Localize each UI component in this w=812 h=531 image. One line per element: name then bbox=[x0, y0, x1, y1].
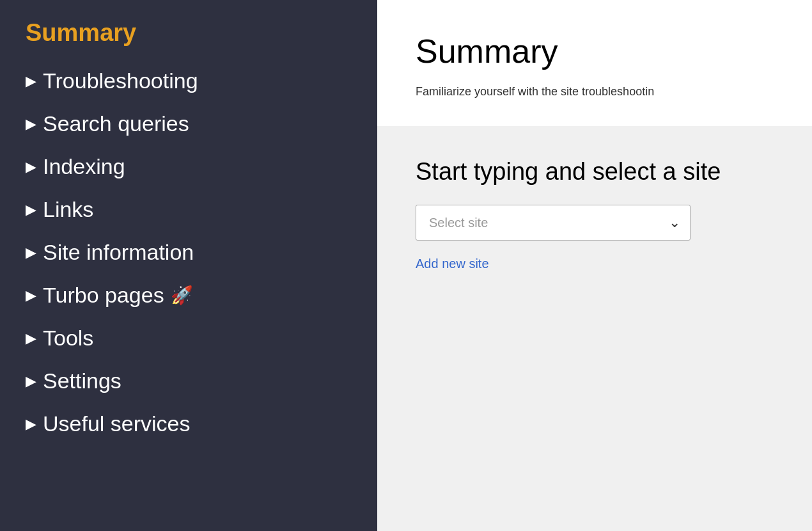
chevron-right-icon: ▶ bbox=[26, 373, 36, 390]
page-description: Familiarize yourself with the site troub… bbox=[416, 83, 774, 100]
sidebar: Summary ▶Troubleshooting▶Search queries▶… bbox=[0, 0, 377, 531]
sidebar-item-label-links: Links bbox=[43, 197, 93, 222]
select-site-dropdown[interactable]: Select site bbox=[416, 205, 691, 241]
chevron-right-icon: ▶ bbox=[26, 244, 36, 261]
select-wrapper: Select site ⌄ bbox=[416, 205, 691, 241]
add-new-site-link[interactable]: Add new site bbox=[416, 257, 489, 271]
sidebar-items-container: ▶Troubleshooting▶Search queries▶Indexing… bbox=[26, 59, 358, 445]
content-bottom: Start typing and select a site Select si… bbox=[377, 126, 812, 531]
sidebar-title[interactable]: Summary bbox=[26, 19, 358, 47]
sidebar-item-label-site-information: Site information bbox=[43, 240, 194, 265]
chevron-right-icon: ▶ bbox=[26, 159, 36, 175]
sidebar-item-search-queries[interactable]: ▶Search queries bbox=[26, 102, 358, 145]
sidebar-item-useful-services[interactable]: ▶Useful services bbox=[26, 402, 358, 445]
sidebar-item-text-site-information: Site information bbox=[43, 240, 194, 265]
sidebar-item-tools[interactable]: ▶Tools bbox=[26, 317, 358, 360]
sidebar-item-troubleshooting[interactable]: ▶Troubleshooting bbox=[26, 59, 358, 102]
sidebar-item-turbo-pages[interactable]: ▶Turbo pages🚀 bbox=[26, 274, 358, 317]
sidebar-item-label-useful-services: Useful services bbox=[43, 411, 191, 436]
sidebar-item-label-troubleshooting: Troubleshooting bbox=[43, 68, 198, 93]
chevron-right-icon: ▶ bbox=[26, 416, 36, 432]
chevron-right-icon: ▶ bbox=[26, 287, 36, 304]
sidebar-item-label-tools: Tools bbox=[43, 326, 93, 351]
sidebar-item-text-search-queries: Search queries bbox=[43, 111, 189, 136]
sidebar-item-label-search-queries: Search queries bbox=[43, 111, 189, 136]
sidebar-item-links[interactable]: ▶Links bbox=[26, 188, 358, 231]
sidebar-item-text-links: Links bbox=[43, 197, 93, 222]
sidebar-item-text-settings: Settings bbox=[43, 369, 121, 393]
chevron-right-icon: ▶ bbox=[26, 116, 36, 132]
chevron-right-icon: ▶ bbox=[26, 73, 36, 90]
sidebar-item-text-troubleshooting: Troubleshooting bbox=[43, 68, 198, 93]
page-title: Summary bbox=[416, 32, 774, 70]
sidebar-item-text-tools: Tools bbox=[43, 326, 93, 351]
turbo-rocket-icon: 🚀 bbox=[171, 285, 193, 306]
sidebar-item-indexing[interactable]: ▶Indexing bbox=[26, 145, 358, 188]
chevron-right-icon: ▶ bbox=[26, 330, 36, 347]
sidebar-item-text-indexing: Indexing bbox=[43, 154, 125, 179]
sidebar-item-label-settings: Settings bbox=[43, 369, 121, 393]
sidebar-item-site-information[interactable]: ▶Site information bbox=[26, 231, 358, 274]
sidebar-item-text-useful-services: Useful services bbox=[43, 411, 191, 436]
chevron-right-icon: ▶ bbox=[26, 202, 36, 218]
sidebar-item-label-turbo-pages: Turbo pages🚀 bbox=[43, 283, 193, 308]
main-content: Summary Familiarize yourself with the si… bbox=[377, 0, 812, 531]
content-top: Summary Familiarize yourself with the si… bbox=[377, 0, 812, 126]
sidebar-item-label-indexing: Indexing bbox=[43, 154, 125, 179]
sidebar-item-settings[interactable]: ▶Settings bbox=[26, 360, 358, 402]
select-section-title: Start typing and select a site bbox=[416, 158, 774, 186]
sidebar-item-text-turbo-pages: Turbo pages bbox=[43, 283, 164, 308]
